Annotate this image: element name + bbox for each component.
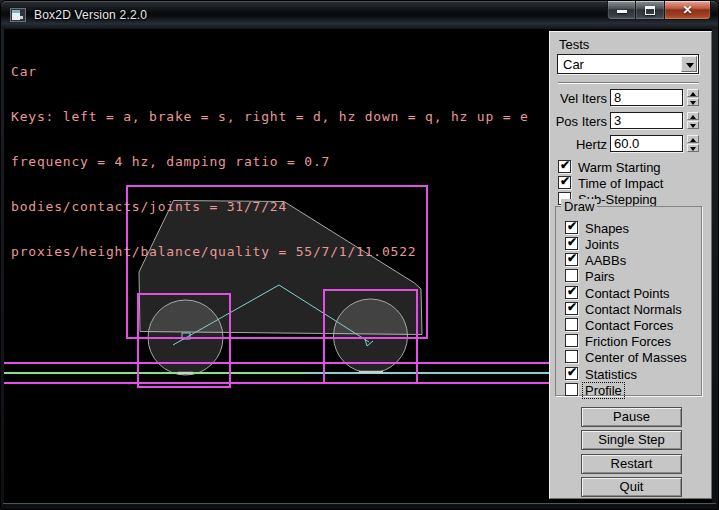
caption-buttons: ✕ bbox=[607, 1, 711, 20]
app-window: Box2D Version 2.2.0 ✕ bbox=[0, 0, 719, 510]
spin-up-button[interactable] bbox=[687, 89, 699, 97]
titlebar[interactable]: Box2D Version 2.2.0 ✕ bbox=[1, 1, 718, 29]
info-line-keys: Keys: left = a, brake = s, right = d, hz… bbox=[11, 109, 529, 124]
checkbox-icon[interactable]: ✔ bbox=[565, 237, 578, 250]
quit-button[interactable]: Quit bbox=[581, 477, 682, 497]
info-line-bodies: bodies/contacts/joints = 31/7/24 bbox=[11, 199, 529, 214]
checkbox-icon[interactable]: ✔ bbox=[565, 286, 578, 299]
close-button[interactable]: ✕ bbox=[664, 1, 711, 20]
checkbox-icon[interactable]: ✔ bbox=[558, 160, 571, 173]
maximize-button[interactable] bbox=[636, 1, 664, 20]
window-frame-highlight bbox=[3, 503, 716, 504]
checkbox-label: Contact Points bbox=[585, 286, 670, 301]
arrow-up-icon bbox=[690, 138, 696, 142]
pause-button[interactable]: Pause bbox=[581, 407, 682, 427]
client-area: Car Keys: left = a, brake = s, right = d… bbox=[4, 29, 712, 503]
checkbox-icon[interactable]: ✔ bbox=[565, 350, 578, 363]
app-icon-band bbox=[12, 10, 20, 13]
pos-iters-spinner bbox=[687, 112, 699, 129]
chevron-down-icon bbox=[686, 63, 694, 68]
car-wheel-right bbox=[334, 299, 408, 373]
checkbox-icon[interactable]: ✔ bbox=[565, 253, 578, 266]
checkbox-label: Friction Forces bbox=[585, 334, 671, 349]
checkbox-label: Statistics bbox=[585, 367, 637, 382]
separator bbox=[558, 82, 699, 84]
checkbox-label: Contact Normals bbox=[585, 302, 682, 317]
simulation-canvas[interactable]: Car Keys: left = a, brake = s, right = d… bbox=[4, 31, 549, 503]
app-icon[interactable] bbox=[10, 8, 26, 22]
app-icon-dot bbox=[20, 16, 23, 19]
spin-up-button[interactable] bbox=[687, 112, 699, 120]
checkbox-icon[interactable]: ✔ bbox=[565, 383, 578, 396]
arrow-down-icon bbox=[690, 147, 696, 151]
checkbox-icon[interactable]: ✔ bbox=[565, 367, 578, 380]
arrow-down-icon bbox=[690, 101, 696, 105]
maximize-icon bbox=[645, 6, 655, 15]
hertz-label: Hertz bbox=[550, 137, 607, 152]
pos-iters-input[interactable] bbox=[610, 112, 683, 129]
check-icon: ✔ bbox=[567, 284, 577, 298]
checkbox-icon[interactable]: ✔ bbox=[565, 221, 578, 234]
checkbox-label: Shapes bbox=[585, 221, 629, 236]
arrow-up-icon bbox=[690, 92, 696, 96]
checkbox-label: Warm Starting bbox=[578, 160, 661, 175]
checkbox-label: Contact Forces bbox=[585, 318, 673, 333]
checkbox-icon[interactable]: ✔ bbox=[565, 302, 578, 315]
checkbox-label: Time of Impact bbox=[578, 176, 663, 191]
checkbox-icon[interactable]: ✔ bbox=[565, 334, 578, 347]
check-icon: ✔ bbox=[567, 365, 577, 379]
vel-iters-spinner bbox=[687, 89, 699, 106]
hertz-spinner bbox=[687, 135, 699, 152]
vel-iters-label: Vel Iters bbox=[550, 91, 607, 106]
check-icon: ✔ bbox=[560, 158, 570, 172]
checkbox-icon[interactable]: ✔ bbox=[565, 269, 578, 282]
checkbox-icon[interactable]: ✔ bbox=[565, 318, 578, 331]
info-line-proxies: proxies/height/balance/quality = 55/7/1/… bbox=[11, 244, 529, 259]
spin-down-button[interactable] bbox=[687, 98, 699, 106]
control-panel: Tests Car Vel Iters Pos Iters bbox=[549, 31, 712, 499]
arrow-down-icon bbox=[690, 124, 696, 128]
draw-group-legend: Draw bbox=[561, 199, 597, 214]
checkbox-icon[interactable]: ✔ bbox=[558, 176, 571, 189]
draw-group: Draw ✔ Shapes ✔ Joints ✔ AABBs ✔ Pairs bbox=[555, 206, 702, 396]
vel-iters-input[interactable] bbox=[610, 89, 683, 106]
single-step-button[interactable]: Single Step bbox=[581, 430, 682, 450]
spin-down-button[interactable] bbox=[687, 144, 699, 152]
checkbox-label: Center of Masses bbox=[585, 350, 687, 365]
debug-info-text: Car Keys: left = a, brake = s, right = d… bbox=[11, 34, 529, 289]
minimize-icon bbox=[617, 10, 627, 13]
hertz-row: Hertz bbox=[550, 135, 713, 153]
check-icon: ✔ bbox=[567, 251, 577, 265]
check-icon: ✔ bbox=[567, 235, 577, 249]
minimize-button[interactable] bbox=[607, 1, 636, 20]
restart-button[interactable]: Restart bbox=[581, 454, 682, 474]
hertz-input[interactable] bbox=[610, 135, 683, 152]
tests-label: Tests bbox=[559, 37, 589, 52]
arrow-up-icon bbox=[690, 115, 696, 119]
checkbox-label: AABBs bbox=[585, 253, 626, 268]
check-icon: ✔ bbox=[567, 300, 577, 314]
spin-down-button[interactable] bbox=[687, 121, 699, 129]
info-line-test: Car bbox=[11, 64, 529, 79]
checkbox-label: Joints bbox=[585, 237, 619, 252]
vel-iters-row: Vel Iters bbox=[550, 89, 713, 107]
tests-dropdown-value: Car bbox=[563, 57, 584, 72]
tests-dropdown-button[interactable] bbox=[681, 56, 697, 72]
info-line-frequency: frequency = 4 hz, damping ratio = 0.7 bbox=[11, 154, 529, 169]
check-icon: ✔ bbox=[567, 219, 577, 233]
window-title: Box2D Version 2.2.0 bbox=[34, 8, 147, 22]
pos-iters-row: Pos Iters bbox=[550, 112, 713, 130]
pos-iters-label: Pos Iters bbox=[550, 114, 607, 129]
check-icon: ✔ bbox=[560, 174, 570, 188]
spin-up-button[interactable] bbox=[687, 135, 699, 143]
checkbox-label: Pairs bbox=[585, 269, 615, 284]
close-icon: ✕ bbox=[665, 3, 710, 17]
tests-dropdown[interactable]: Car bbox=[557, 54, 699, 74]
checkbox-label: Profile bbox=[583, 383, 624, 398]
